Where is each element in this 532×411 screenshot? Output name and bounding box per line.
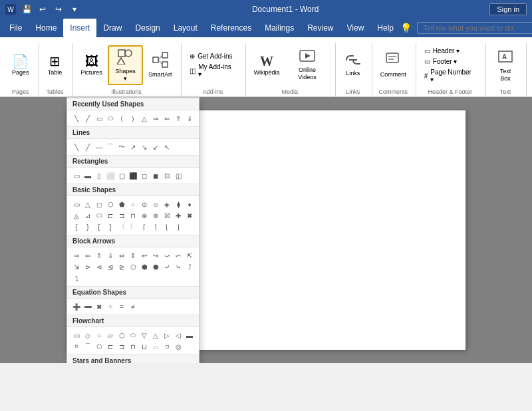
shape-item[interactable]: ⌒ <box>105 142 116 152</box>
redo-button[interactable]: ↪ <box>52 3 65 16</box>
shape-item[interactable]: ◈ <box>162 199 172 209</box>
shape-item[interactable]: ⊵ <box>116 261 127 272</box>
shape-item[interactable]: ⟨ <box>116 113 127 124</box>
text-box-button[interactable]: A Text Box <box>490 45 521 85</box>
shape-item[interactable]: ⇑ <box>173 113 184 124</box>
shape-item[interactable]: ⊏ <box>105 341 116 352</box>
shape-item[interactable]: ↙ <box>150 142 161 152</box>
shape-item[interactable]: ⤶ <box>162 261 172 272</box>
shape-item[interactable]: ⤺ <box>173 250 184 261</box>
shape-item[interactable]: ⬣ <box>150 261 161 272</box>
shape-item[interactable]: △ <box>139 113 150 124</box>
shape-item[interactable]: ▷ <box>162 330 172 341</box>
shape-item[interactable]: ⬡ <box>116 330 127 341</box>
shape-item[interactable]: ⬭ <box>105 113 116 124</box>
shape-item[interactable]: ⊐ <box>116 341 127 352</box>
shape-item[interactable]: ▬ <box>184 330 195 341</box>
table-button[interactable]: ⊞ Table <box>43 45 67 85</box>
shape-item[interactable]: ⇕ <box>128 250 138 261</box>
shape-item[interactable]: ✚ <box>173 210 184 221</box>
menu-file[interactable]: File <box>3 19 29 37</box>
shape-item[interactable]: ⟩ <box>128 113 138 124</box>
shape-item[interactable]: ✖ <box>94 301 104 312</box>
wikipedia-button[interactable]: W Wikipedia <box>250 45 284 85</box>
shape-item[interactable]: ⌒ <box>82 341 93 352</box>
shape-item[interactable]: ⌗ <box>71 341 82 352</box>
shape-item[interactable]: [ <box>94 221 104 232</box>
sign-in-button[interactable]: Sign in <box>489 3 527 15</box>
smartart-button[interactable]: SmartArt <box>144 45 176 85</box>
shape-item[interactable]: ➕ <box>71 301 82 312</box>
shape-item[interactable]: ☺ <box>150 199 161 209</box>
menu-home[interactable]: Home <box>29 19 63 37</box>
shape-item[interactable]: ↪ <box>150 250 161 261</box>
shape-item[interactable]: ➖ <box>82 301 93 312</box>
shape-item[interactable]: ⊿ <box>82 210 93 221</box>
menu-insert[interactable]: Insert <box>63 19 96 37</box>
undo-button[interactable]: ↩ <box>36 3 49 16</box>
shape-item[interactable]: ╲ <box>71 142 82 152</box>
shape-item[interactable]: ○ <box>94 330 104 341</box>
shape-item[interactable]: ▢ <box>116 170 127 181</box>
shape-item[interactable]: ✖ <box>184 210 195 221</box>
shape-item[interactable]: 〜 <box>116 142 127 152</box>
menu-references[interactable]: References <box>204 19 258 37</box>
menu-design[interactable]: Design <box>128 19 166 37</box>
shape-item[interactable]: ⬛ <box>128 170 138 181</box>
shape-item[interactable]: ⊳ <box>82 261 93 272</box>
shape-item[interactable]: ⇲ <box>71 261 82 272</box>
menu-mailings[interactable]: Mailings <box>258 19 301 37</box>
shape-item[interactable]: ⬡ <box>105 199 116 209</box>
shape-item[interactable]: ◇ <box>82 330 93 341</box>
shape-item[interactable]: ◻ <box>94 199 104 209</box>
shape-item[interactable]: ⊓ <box>128 341 138 352</box>
shape-item[interactable]: ⊗ <box>139 210 150 221</box>
shapes-button[interactable]: Shapes ▾ <box>108 45 144 85</box>
shape-item[interactable]: ⤷ <box>173 261 184 272</box>
shape-item[interactable]: ☒ <box>162 210 172 221</box>
shape-item[interactable]: ⬭ <box>128 330 138 341</box>
tell-me-input[interactable] <box>417 22 532 34</box>
shape-item[interactable]: ♦ <box>184 199 195 209</box>
shape-item[interactable]: ⊐ <box>116 210 127 221</box>
shape-item[interactable]: ⇒ <box>150 113 161 124</box>
shape-item[interactable]: ▽ <box>139 330 150 341</box>
shape-item[interactable]: ⬜ <box>105 170 116 181</box>
shape-item[interactable]: △ <box>82 199 93 209</box>
shape-item[interactable]: ⌑ <box>162 341 172 352</box>
shape-item[interactable]: ╲ <box>71 113 82 124</box>
shape-item[interactable]: △ <box>150 330 161 341</box>
shape-item[interactable]: ◼ <box>150 170 161 181</box>
shape-item[interactable]: ⊡ <box>162 170 172 181</box>
shape-item[interactable]: ╱ <box>82 113 93 124</box>
shape-item[interactable]: ⊏ <box>105 210 116 221</box>
shape-item[interactable]: ⌋ <box>173 221 184 232</box>
shape-item[interactable]: 〉 <box>128 221 138 232</box>
shape-item[interactable]: } <box>82 221 93 232</box>
shape-item[interactable]: ⇒ <box>71 250 82 261</box>
shape-item[interactable]: ⤻ <box>162 250 172 261</box>
header-button[interactable]: ▭ Header ▾ <box>420 46 480 56</box>
shape-item[interactable]: ▱ <box>105 330 116 341</box>
shape-item[interactable]: ▯ <box>94 170 104 181</box>
menu-help[interactable]: Help <box>370 19 400 37</box>
shape-item[interactable]: ╱ <box>82 142 93 152</box>
comment-button[interactable]: Comment <box>376 45 410 85</box>
menu-review[interactable]: Review <box>301 19 340 37</box>
shape-item[interactable]: ◎ <box>173 341 184 352</box>
shape-item[interactable]: { <box>71 221 82 232</box>
my-addins-button[interactable]: ◫ My Add-ins ▾ <box>186 62 240 79</box>
shape-item[interactable]: ⇐ <box>162 113 172 124</box>
shape-item[interactable]: ⤵ <box>71 273 82 283</box>
customize-qat-button[interactable]: ▾ <box>68 3 81 16</box>
shape-item[interactable]: ⤴ <box>184 261 195 272</box>
shape-item[interactable]: — <box>94 142 104 152</box>
page-number-button[interactable]: # Page Number ▾ <box>420 67 480 84</box>
shape-item[interactable]: ◬ <box>71 210 82 221</box>
shape-item[interactable]: ⬟ <box>116 199 127 209</box>
menu-view[interactable]: View <box>340 19 371 37</box>
shape-item[interactable]: ⌈ <box>139 221 150 232</box>
shape-item[interactable]: ⊔ <box>139 341 150 352</box>
shape-item[interactable]: ↩ <box>139 250 150 261</box>
shape-item[interactable]: ▭ <box>71 199 82 209</box>
